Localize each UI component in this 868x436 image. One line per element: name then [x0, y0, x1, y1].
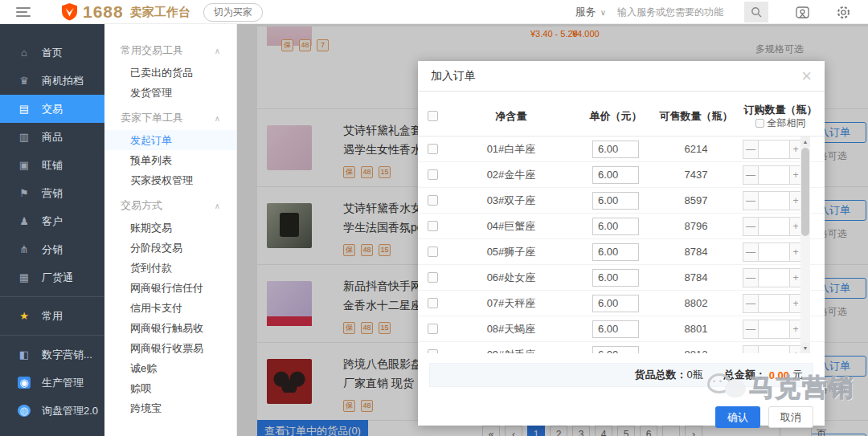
map-icon[interactable]	[796, 6, 809, 19]
sidebar-item-goods[interactable]: ▥商品	[0, 123, 104, 151]
sku-checkbox[interactable]	[428, 169, 438, 180]
unit-price-input[interactable]	[592, 166, 639, 184]
select-all-checkbox[interactable]	[428, 111, 438, 121]
sidebar-item-inquiry[interactable]: ◍询盘管理2.0	[0, 397, 104, 425]
sidebar-item-share[interactable]: ⋔分销	[0, 235, 104, 263]
confirm-button[interactable]: 确认	[715, 406, 760, 428]
sku-checkbox[interactable]	[428, 144, 438, 154]
sidebar-item-label: 首页	[42, 46, 63, 60]
submenu-label: 诚e赊	[130, 361, 157, 376]
quantity-stepper: —+	[743, 217, 825, 236]
cancel-button[interactable]: 取消	[768, 406, 813, 428]
sku-checkbox[interactable]	[428, 247, 438, 257]
unit-price-input[interactable]	[592, 295, 639, 312]
menu-icon[interactable]	[16, 7, 31, 17]
submenu-item[interactable]: 诚e赊	[104, 358, 236, 378]
submenu-item[interactable]: 已卖出的货品	[104, 63, 236, 83]
submenu-item[interactable]: 发货管理	[104, 83, 236, 103]
sidebar-item-customer[interactable]: ♟客户	[0, 207, 104, 235]
sku-stock: 6214	[656, 143, 736, 155]
search-button[interactable]	[744, 2, 768, 22]
unit-price-input[interactable]	[592, 192, 639, 210]
submenu-item[interactable]: 赊呗	[104, 378, 236, 398]
qty-minus-button[interactable]: —	[743, 165, 759, 185]
sidebar-item-clipboard[interactable]: ▤交易	[0, 95, 104, 123]
scroll-down-icon[interactable]: ▼	[800, 343, 810, 353]
sidebar-item-crown[interactable]: ♛商机拍档	[0, 67, 104, 95]
search-input[interactable]	[617, 2, 744, 22]
chevron-up-icon: ∧	[215, 202, 220, 210]
unit-price-input[interactable]	[592, 346, 639, 354]
sku-checkbox[interactable]	[428, 298, 438, 308]
logo-1688[interactable]: 1688 卖家工作台	[61, 2, 190, 22]
sku-checkbox[interactable]	[428, 221, 438, 231]
crown-icon: ♛	[18, 75, 31, 87]
qty-minus-button[interactable]: —	[743, 294, 759, 313]
sidebar-item-digital-marketing[interactable]: ◧数字营销...	[0, 340, 104, 369]
submenu-item[interactable]: 买家授权管理	[104, 170, 236, 190]
sidebar-item-tag[interactable]: ⚑营销	[0, 179, 104, 207]
gear-icon[interactable]	[837, 6, 850, 19]
unit-price-input[interactable]	[592, 269, 639, 287]
sidebar-item-factory[interactable]: ▦厂货通	[0, 263, 104, 291]
submenu-section[interactable]: 常用交易工具∧	[104, 39, 236, 63]
switch-to-buyer-button[interactable]: 切为买家	[203, 3, 263, 22]
submenu-item[interactable]: 预单列表	[104, 150, 236, 170]
modal-scrollbar[interactable]: ▲ ▼	[800, 137, 810, 353]
qty-minus-button[interactable]: —	[743, 217, 759, 236]
scrollbar-thumb[interactable]	[801, 148, 809, 236]
submenu-item[interactable]: 网商银行触易收	[104, 318, 236, 338]
sidebar-item-star[interactable]: ★常用	[0, 302, 104, 330]
submenu-item[interactable]: 账期交易	[104, 218, 236, 238]
scroll-up-icon[interactable]: ▲	[800, 137, 810, 147]
submenu-section[interactable]: 卖家下单工具∧	[104, 106, 236, 130]
sidebar-item-home[interactable]: ⌂首页	[0, 39, 104, 67]
submenu-item[interactable]: 分阶段交易	[104, 238, 236, 258]
submenu-label: 交易方式	[121, 198, 162, 213]
submenu-item[interactable]: 跨境宝	[104, 398, 236, 418]
qty-minus-button[interactable]: —	[743, 191, 759, 210]
qty-minus-button[interactable]: —	[743, 320, 759, 339]
submenu-item[interactable]: 网商银行收票易	[104, 338, 236, 358]
unit-price-input[interactable]	[592, 243, 639, 261]
top-header: 1688 卖家工作台 切为买家 服务 ∨	[0, 0, 868, 24]
qty-input[interactable]	[759, 217, 789, 236]
qty-input[interactable]	[759, 140, 789, 159]
submenu-item[interactable]: 发起订单	[104, 130, 236, 150]
sidebar-item-shop[interactable]: ▣旺铺	[0, 151, 104, 179]
all-same-checkbox[interactable]	[755, 119, 764, 128]
submenu-section[interactable]: 交易方式∧	[104, 194, 236, 218]
submenu-label: 常用交易工具	[121, 43, 183, 58]
qty-input[interactable]	[759, 294, 789, 313]
modal-title: 加入订单	[431, 69, 476, 84]
close-icon[interactable]: ×	[801, 68, 812, 84]
qty-input[interactable]	[759, 242, 789, 262]
sku-checkbox[interactable]	[428, 324, 438, 334]
submenu-item[interactable]: 信用卡支付	[104, 298, 236, 318]
unit-price-input[interactable]	[592, 218, 639, 235]
qty-input[interactable]	[759, 165, 789, 185]
qty-input[interactable]	[759, 191, 789, 210]
sidebar-item-label: 厂货通	[42, 271, 73, 285]
qty-input[interactable]	[759, 320, 789, 339]
qty-input[interactable]	[759, 268, 789, 287]
column-unit-price: 单价（元）	[575, 109, 656, 124]
sku-checkbox[interactable]	[428, 195, 438, 206]
factory-icon: ▦	[18, 271, 31, 283]
sidebar-item-production[interactable]: ◉生产管理	[0, 369, 104, 397]
qty-minus-button[interactable]: —	[743, 268, 759, 287]
order-sku-row: 09#射手座8812—+	[418, 342, 825, 353]
sidebar-item-label: 询盘管理2.0	[42, 404, 98, 418]
qty-minus-button[interactable]: —	[743, 140, 759, 159]
qty-minus-button[interactable]: —	[743, 242, 759, 262]
sku-checkbox[interactable]	[428, 272, 438, 283]
qty-minus-button[interactable]: —	[743, 345, 759, 354]
total-amount-unit: 元	[792, 368, 803, 382]
qty-input[interactable]	[759, 345, 789, 354]
unit-price-input[interactable]	[592, 141, 639, 158]
submenu-item[interactable]: 货到付款	[104, 258, 236, 278]
sku-checkbox[interactable]	[428, 349, 438, 353]
unit-price-input[interactable]	[592, 320, 639, 338]
submenu-item[interactable]: 网商银行信任付	[104, 278, 236, 298]
service-dropdown[interactable]: 服务 ∨	[575, 5, 606, 19]
